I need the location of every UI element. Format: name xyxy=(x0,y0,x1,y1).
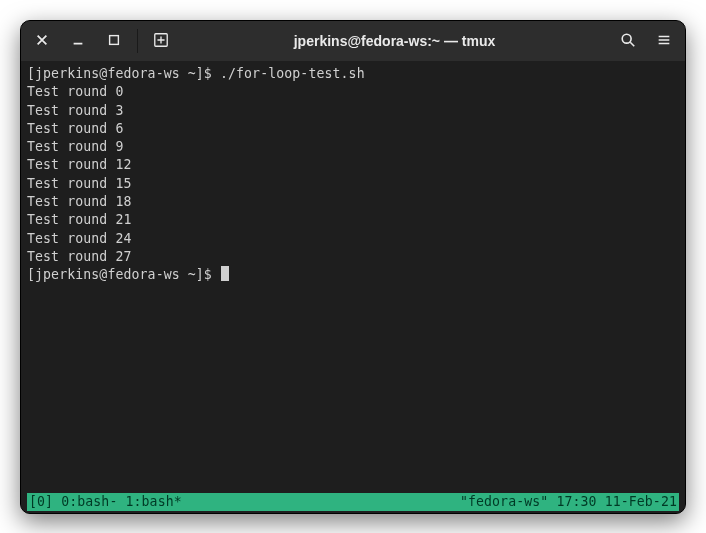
terminal-line: [jperkins@fedora-ws ~]$ xyxy=(27,266,679,284)
titlebar: jperkins@fedora-ws:~ — tmux xyxy=(21,21,685,61)
terminal-line: Test round 24 xyxy=(27,230,679,248)
terminal-line: Test round 6 xyxy=(27,120,679,138)
terminal-cursor xyxy=(221,266,229,281)
terminal-line: Test round 0 xyxy=(27,83,679,101)
close-button[interactable] xyxy=(27,26,57,56)
terminal-line: [jperkins@fedora-ws ~]$ ./for-loop-test.… xyxy=(27,65,679,83)
shell-prompt: [jperkins@fedora-ws ~]$ xyxy=(27,66,220,81)
terminal-window: jperkins@fedora-ws:~ — tmux [jperkins@fe… xyxy=(20,20,686,514)
maximize-icon xyxy=(107,33,121,50)
tmux-status-right: "fedora-ws" 17:30 11-Feb-21 xyxy=(460,493,677,511)
minimize-icon xyxy=(71,33,85,50)
window-title: jperkins@fedora-ws:~ — tmux xyxy=(182,33,607,49)
terminal-viewport[interactable]: [jperkins@fedora-ws ~]$ ./for-loop-test.… xyxy=(21,61,685,513)
terminal-line: Test round 12 xyxy=(27,156,679,174)
shell-command: ./for-loop-test.sh xyxy=(220,66,365,81)
terminal-line: Test round 21 xyxy=(27,211,679,229)
search-button[interactable] xyxy=(613,26,643,56)
minimize-button[interactable] xyxy=(63,26,93,56)
svg-point-2 xyxy=(622,34,631,43)
titlebar-separator xyxy=(137,29,138,53)
hamburger-menu-button[interactable] xyxy=(649,26,679,56)
terminal-line: Test round 27 xyxy=(27,248,679,266)
terminal-line: Test round 15 xyxy=(27,175,679,193)
tmux-status-left: [0] 0:bash- 1:bash* xyxy=(29,493,182,511)
hamburger-icon xyxy=(656,32,672,51)
shell-prompt: [jperkins@fedora-ws ~]$ xyxy=(27,267,220,282)
svg-rect-0 xyxy=(110,35,119,44)
terminal-line: Test round 3 xyxy=(27,102,679,120)
search-icon xyxy=(620,32,636,51)
tmux-status-mid xyxy=(182,493,460,511)
terminal-line: Test round 18 xyxy=(27,193,679,211)
maximize-button[interactable] xyxy=(99,26,129,56)
tmux-statusbar: [0] 0:bash- 1:bash* "fedora-ws" 17:30 11… xyxy=(27,493,679,511)
new-tab-icon xyxy=(153,32,169,51)
close-icon xyxy=(35,33,49,50)
new-tab-button[interactable] xyxy=(146,26,176,56)
terminal-line: Test round 9 xyxy=(27,138,679,156)
